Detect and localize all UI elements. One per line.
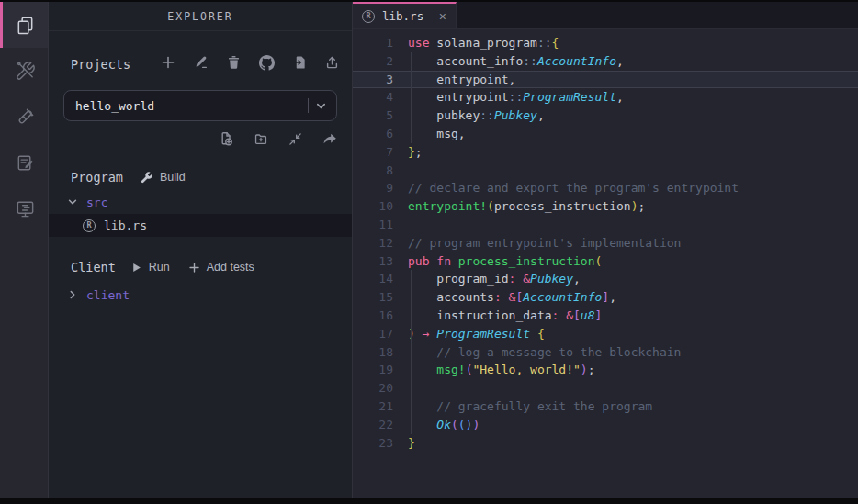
project-select[interactable]: hello_world	[63, 90, 337, 121]
share-button[interactable]	[322, 132, 337, 150]
code-line-text: pub fn process_instruction(	[393, 252, 602, 271]
code-editor[interactable]: 1use solana_program::{2 account_info::Ac…	[353, 29, 858, 498]
file-name-lib-rs: lib.rs	[104, 218, 147, 232]
code-line-text: msg,	[393, 125, 466, 143]
code-row[interactable]: 4 entrypoint::ProgramResult,	[353, 88, 858, 106]
code-lines: 1use solana_program::{2 account_info::Ac…	[353, 34, 858, 452]
line-number: 3	[353, 71, 393, 89]
plus-icon	[161, 55, 175, 73]
line-number: 15	[353, 288, 393, 307]
code-line-text	[393, 162, 408, 180]
code-row[interactable]: 18 // log a message to the blockchain	[353, 343, 858, 362]
sidebar-item-explorer[interactable]	[0, 2, 48, 48]
line-number: 21	[353, 398, 393, 416]
sidebar-item-test[interactable]	[0, 94, 48, 140]
code-row[interactable]: 22 Ok(())	[353, 416, 858, 434]
code-row[interactable]: 17) → ProgramResult {	[353, 325, 858, 343]
line-number: 8	[353, 162, 393, 180]
code-row[interactable]: 21 // gracefully exit the program	[353, 398, 858, 416]
new-folder-button[interactable]	[254, 132, 268, 150]
export-project-button[interactable]	[325, 55, 339, 73]
line-number: 11	[353, 216, 393, 234]
line-number: 13	[353, 252, 393, 271]
code-line-text: // program entrypoint's implementation	[393, 234, 681, 252]
chevron-down-icon	[315, 100, 327, 112]
pencil-icon	[194, 55, 209, 73]
tab-lib-rs[interactable]: R lib.rs ×	[353, 2, 457, 28]
code-row[interactable]: 19 msg!("Hello, world!");	[353, 361, 858, 379]
import-icon	[293, 55, 307, 73]
code-line-text: };	[393, 143, 423, 162]
code-row[interactable]: 20	[353, 379, 858, 398]
code-row[interactable]: 14 program_id: &Pubkey,	[353, 270, 858, 288]
line-number: 2	[353, 52, 393, 71]
chevron-down-icon	[67, 196, 78, 207]
code-row[interactable]: 10entrypoint!(process_instruction);	[353, 197, 858, 216]
folder-name-src: src	[86, 196, 107, 209]
sidebar-item-tutorials[interactable]	[0, 140, 48, 185]
import-project-button[interactable]	[293, 55, 307, 73]
build-button-label: Build	[160, 171, 186, 184]
code-row[interactable]: 11	[353, 216, 858, 234]
folder-row-client[interactable]: client	[49, 284, 352, 306]
code-row[interactable]: 23}	[353, 434, 858, 453]
code-row[interactable]: 2 account_info::AccountInfo,	[353, 52, 858, 71]
projects-label: Projects	[71, 57, 130, 72]
client-section-row: Client Run Add tests	[71, 255, 330, 279]
files-icon	[15, 15, 36, 36]
code-row[interactable]: 3 entrypoint,	[353, 71, 858, 89]
code-row[interactable]: 8	[353, 162, 858, 180]
editor-pane: R lib.rs × 1use solana_program::{2 accou…	[352, 2, 858, 498]
code-row[interactable]: 1use solana_program::{	[353, 34, 858, 52]
code-line-text: entrypoint,	[393, 71, 515, 89]
code-row[interactable]: 12// program entrypoint's implementation	[353, 234, 858, 252]
new-project-button[interactable]	[161, 55, 175, 73]
line-number: 4	[353, 88, 393, 106]
code-row[interactable]: 15 accounts: &[AccountInfo],	[353, 288, 858, 307]
rename-project-button[interactable]	[194, 55, 209, 73]
code-line-text: entrypoint!(process_instruction);	[393, 197, 645, 216]
explorer-header: EXPLORER	[49, 2, 352, 31]
folder-row-src[interactable]: src	[49, 191, 352, 213]
code-line-text: // declare and export the program's entr…	[393, 179, 739, 197]
new-file-button[interactable]	[219, 131, 233, 150]
line-number: 9	[353, 179, 393, 197]
delete-project-button[interactable]	[227, 55, 241, 73]
collapse-folders-button[interactable]	[288, 132, 302, 150]
code-row[interactable]: 7};	[353, 143, 858, 162]
code-line-text	[393, 379, 408, 398]
plus-icon	[188, 262, 200, 274]
sidebar-item-programs[interactable]	[0, 185, 48, 231]
code-line-text: msg!("Hello, world!");	[393, 361, 595, 379]
run-button-label: Run	[149, 261, 170, 274]
tools-icon	[15, 61, 36, 82]
project-select-value: hello_world	[75, 99, 154, 113]
code-row[interactable]: 6 msg,	[353, 125, 858, 143]
add-tests-button[interactable]: Add tests	[188, 261, 254, 274]
code-line-text: use solana_program::{	[393, 34, 559, 52]
indent-guide	[411, 270, 412, 433]
sidebar-item-build-deploy[interactable]	[0, 48, 48, 94]
build-button[interactable]: Build	[140, 171, 186, 185]
line-number: 7	[353, 143, 393, 162]
file-row-lib-rs[interactable]: R lib.rs	[49, 214, 352, 237]
code-line-text: // gracefully exit the program	[393, 398, 652, 416]
code-row[interactable]: 9// declare and export the program's ent…	[353, 179, 858, 197]
line-number: 16	[353, 307, 393, 325]
solana-playground-window: EXPLORER Projects	[0, 0, 858, 504]
code-line-text: account_info::AccountInfo,	[393, 52, 624, 71]
code-row[interactable]: 5 pubkey::Pubkey,	[353, 106, 858, 125]
main-layout: EXPLORER Projects	[0, 2, 858, 498]
line-number: 1	[353, 34, 393, 52]
code-line-text	[393, 216, 408, 234]
code-line-text: Ok(())	[393, 416, 480, 434]
close-icon[interactable]: ×	[439, 10, 446, 23]
code-row[interactable]: 16 instruction_data: &[u8]	[353, 307, 858, 325]
file-actions-row	[49, 130, 337, 151]
new-file-icon	[219, 131, 233, 150]
line-number: 5	[353, 106, 393, 125]
run-button[interactable]: Run	[130, 261, 170, 274]
code-row[interactable]: 13pub fn process_instruction(	[353, 252, 858, 271]
github-button[interactable]	[259, 55, 275, 74]
code-line-text: program_id: &Pubkey,	[393, 270, 581, 288]
